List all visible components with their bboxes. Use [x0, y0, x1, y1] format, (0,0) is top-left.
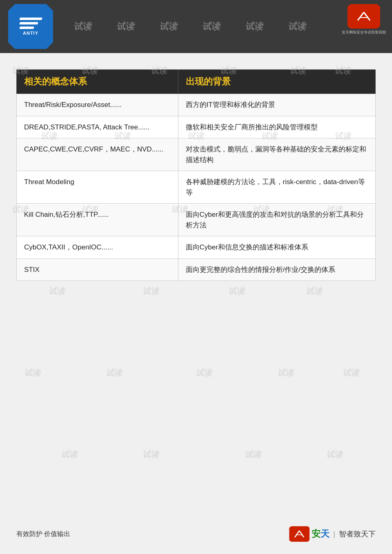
footer-brand-text: 安天 — [312, 528, 330, 540]
watermark-23: 试读 — [277, 367, 295, 378]
table-row: CAPEC,CWE,CVE,CVRF，MAEC，NVD......对攻击模式，脆… — [17, 138, 376, 171]
col2-header: 出现的背景 — [178, 70, 375, 94]
footer-brand: 安天 | 智者致天下 — [289, 526, 376, 542]
header-wm-3: 试读 — [158, 20, 178, 33]
col2-cell-1: 微软和相关安全厂商所推出的风险管理模型 — [178, 116, 375, 138]
header-wm-4: 试读 — [201, 20, 221, 33]
watermark-28: 试读 — [326, 449, 344, 460]
antiy-subtitle: 安天网络安全专训营第四期 — [342, 30, 386, 35]
watermark-26: 试读 — [142, 449, 160, 460]
header-wm-5: 试读 — [244, 20, 264, 33]
header-wm-6: 试读 — [287, 20, 307, 33]
svg-line-3 — [295, 531, 299, 537]
col1-cell-1: DREAD,STRIDE,PASTA, Attack Tree...... — [17, 116, 178, 138]
watermark-21: 试读 — [105, 367, 124, 378]
footer-divider: | — [333, 530, 335, 538]
col2-cell-2: 对攻击模式，脆弱点，漏洞等各种基础的安全元素的标定和描述结构 — [178, 138, 375, 171]
watermark-20: 试读 — [24, 367, 42, 378]
watermark-22: 试读 — [195, 367, 214, 378]
table-header-row: 相关的概念体系 出现的背景 — [17, 70, 376, 94]
table-row: Kill Chain,钻石分析,TTP......面向Cyber和更高强度的攻击… — [17, 204, 376, 236]
header: ANTIY 试读 试读 试读 试读 试读 试读 安天网络安全专训营第四期 — [0, 0, 392, 53]
table-row: Threat/Risk/Exposure/Asset......西方的IT管理和… — [17, 94, 376, 116]
header-watermarks: 试读 试读 试读 试读 试读 试读 — [0, 0, 392, 53]
antiy-logo-small — [347, 4, 380, 29]
svg-line-4 — [299, 531, 304, 537]
header-right-logo: 安天网络安全专训营第四期 — [342, 4, 386, 35]
watermark-27: 试读 — [244, 449, 263, 460]
antiy-footer-logo-icon — [289, 526, 310, 542]
data-table: 相关的概念体系 出现的背景 Threat/Risk/Exposure/Asset… — [16, 69, 376, 281]
col1-cell-2: CAPEC,CWE,CVE,CVRF，MAEC，NVD...... — [17, 138, 178, 171]
table-row: CybOX,TAXII，OpenIOC......面向Cyber和信息交换的描述… — [17, 236, 376, 259]
col1-cell-6: STIX — [17, 258, 178, 281]
watermark-24: 试读 — [342, 367, 361, 378]
col1-cell-3: Threat Modeling — [17, 171, 178, 204]
col1-cell-5: CybOX,TAXII，OpenIOC...... — [17, 236, 178, 259]
col2-cell-3: 各种威胁建模的方法论，工具，risk-centric，data-driven等等 — [178, 171, 375, 204]
footer-brand-sub: 智者致天下 — [339, 529, 376, 539]
col2-cell-0: 西方的IT管理和标准化的背景 — [178, 94, 375, 116]
watermark-25: 试读 — [60, 449, 79, 460]
svg-line-0 — [358, 12, 364, 20]
table-row: DREAD,STRIDE,PASTA, Attack Tree......微软和… — [17, 116, 376, 138]
header-wm-2: 试读 — [116, 20, 136, 33]
main-content: 相关的概念体系 出现的背景 Threat/Risk/Exposure/Asset… — [0, 53, 392, 293]
col1-cell-4: Kill Chain,钻石分析,TTP...... — [17, 204, 178, 236]
col2-cell-5: 面向Cyber和信息交换的描述和标准体系 — [178, 236, 375, 259]
footer: 有效防护 价值输出 安天 | 智者致天下 — [16, 526, 376, 542]
col2-cell-4: 面向Cyber和更高强度的攻击和对抗的场景的分析工具和分析方法 — [178, 204, 375, 236]
header-wm-1: 试读 — [73, 20, 93, 33]
col1-cell-0: Threat/Risk/Exposure/Asset...... — [17, 94, 178, 116]
col2-cell-6: 面向更完整的综合性的情报分析/作业/交换的体系 — [178, 258, 375, 281]
footer-tagline: 有效防护 价值输出 — [16, 530, 70, 538]
col1-header: 相关的概念体系 — [17, 70, 178, 94]
table-row: STIX面向更完整的综合性的情报分析/作业/交换的体系 — [17, 258, 376, 281]
svg-line-1 — [364, 12, 370, 20]
table-row: Threat Modeling各种威胁建模的方法论，工具，risk-centri… — [17, 171, 376, 204]
